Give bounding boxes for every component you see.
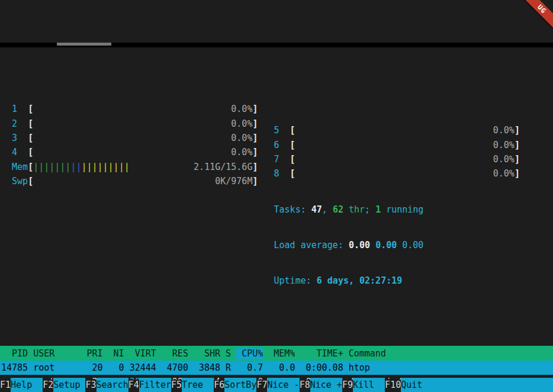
fkey-f7-nice-[interactable]: F7Nice - xyxy=(256,378,299,392)
tasks-thr-label: thr xyxy=(343,204,365,215)
load-1: 0.00 xyxy=(349,240,375,250)
column-header-ni[interactable]: NI xyxy=(108,348,124,359)
column-header-cmd[interactable]: Command xyxy=(349,348,553,359)
table-row[interactable]: 14785root2003244447003848R0.70.00:00.08h… xyxy=(0,361,553,375)
fkey-number: F1 xyxy=(0,380,11,390)
open-bracket: [ xyxy=(290,168,295,179)
cpu-meter-4-label: 4 xyxy=(12,147,28,158)
mem-bar-yellow: ||||||||| xyxy=(81,162,129,172)
cell-cmd: htop xyxy=(349,362,553,373)
mem-meter: Mem[||||||||||||||||||2.11G/15.6G] xyxy=(12,159,258,173)
fkey-f10-quit[interactable]: F10Quit xyxy=(385,378,433,392)
fkey-label: Filter xyxy=(139,378,171,392)
column-header-pri[interactable]: PRI xyxy=(86,348,102,359)
cpu-meter-7: 7[0.0%] xyxy=(274,152,520,166)
open-bracket: [ xyxy=(28,133,33,143)
fkey-label: Quit xyxy=(401,378,433,392)
fkey-label: Nice + xyxy=(310,378,342,392)
fkey-f3-search[interactable]: F3Search xyxy=(85,378,128,392)
fkey-number: F10 xyxy=(385,380,401,390)
close-bracket: ] xyxy=(252,118,258,129)
cpu-meter-1: 1[0.0%] xyxy=(12,102,258,116)
fkey-label: Nice - xyxy=(267,378,299,392)
column-header-time[interactable]: TIME+ xyxy=(300,348,343,359)
close-bracket: ] xyxy=(515,125,520,136)
fkey-label: Setup xyxy=(53,378,85,392)
fkey-number: F8 xyxy=(300,380,310,390)
cpu-meter-8-label: 8 xyxy=(274,168,290,179)
column-header-cpu[interactable]: CPU% xyxy=(236,348,263,359)
fkey-label: Kill xyxy=(353,378,385,392)
mem-bar-blue: || xyxy=(70,162,81,172)
debug-ribbon-label: UG xyxy=(536,4,548,15)
fkey-number: F2 xyxy=(43,380,53,390)
close-bracket: ] xyxy=(515,140,520,150)
cpu-meter-5-value: 0.0% xyxy=(493,125,515,136)
open-bracket: [ xyxy=(28,162,33,172)
cpu-meter-5: 5[0.0%] xyxy=(274,123,520,137)
cpu-meter-2-value: 0.0% xyxy=(231,118,252,129)
meters-left-column: 1[0.0%]2[0.0%]3[0.0%]4[0.0%]Mem[||||||||… xyxy=(12,102,258,309)
tab-indicator xyxy=(57,43,111,46)
fkey-label: Help xyxy=(11,378,43,392)
cell-mem: 0.0 xyxy=(268,362,295,373)
fkey-f6-sortby[interactable]: F6SortBy xyxy=(214,378,256,392)
tasks-running-label: running xyxy=(381,204,423,215)
cpu-meter-2-label: 2 xyxy=(12,118,28,129)
cpu-meter-4-value: 0.0% xyxy=(231,147,252,158)
fkey-f9-kill[interactable]: F9Kill xyxy=(342,378,385,392)
column-header-virt[interactable]: VIRT xyxy=(130,348,156,359)
mem-bar-green: ||||||| xyxy=(33,162,70,172)
close-bracket: ] xyxy=(252,147,258,158)
tasks-running-count: 1 xyxy=(375,204,381,215)
column-header-res[interactable]: RES xyxy=(162,348,188,359)
open-bracket: [ xyxy=(28,176,33,187)
cell-cpu: 0.7 xyxy=(236,362,263,373)
fkey-f4-filter[interactable]: F4Filter xyxy=(128,378,171,392)
cpu-meter-8-value: 0.0% xyxy=(493,168,515,179)
fkey-label: SortBy xyxy=(224,378,256,392)
tasks-semi: ; xyxy=(365,204,375,215)
cpu-meter-3-value: 0.0% xyxy=(231,133,252,143)
fkey-f5-tree[interactable]: F5Tree xyxy=(171,378,214,392)
swp-meter: Swp[0K/976M] xyxy=(12,174,258,188)
fkey-number: F9 xyxy=(342,380,353,390)
fkey-f2-setup[interactable]: F2Setup xyxy=(43,378,85,392)
fkey-f8-nice-[interactable]: F8Nice + xyxy=(300,378,342,392)
cpu-meter-3-label: 3 xyxy=(12,133,28,143)
open-bracket: [ xyxy=(290,154,295,165)
column-header-user[interactable]: USER xyxy=(33,348,81,359)
column-header-s[interactable]: S xyxy=(226,348,231,359)
cell-ni: 0 xyxy=(108,362,124,373)
cpu-meter-4: 4[0.0%] xyxy=(12,145,258,159)
fkey-f1-help[interactable]: F1Help xyxy=(0,378,43,392)
swp-meter-value: 0K/976M xyxy=(215,176,252,187)
meters-right-column: 5[0.0%]6[0.0%]7[0.0%]8[0.0%] Tasks: 47, … xyxy=(274,102,520,309)
cpu-meter-6-label: 6 xyxy=(274,140,290,150)
cpu-meter-6-value: 0.0% xyxy=(493,140,515,150)
open-bracket: [ xyxy=(28,104,33,114)
column-header-shr[interactable]: SHR xyxy=(194,348,220,359)
cell-pri: 20 xyxy=(86,362,102,373)
load-average: Load average: 0.00 0.00 0.00 xyxy=(274,238,520,252)
close-bracket: ] xyxy=(252,104,258,114)
column-header-pid[interactable]: PID xyxy=(1,348,28,359)
fkey-bar: F1Help F2Setup F3SearchF4FilterF5Tree F6… xyxy=(0,378,553,392)
cpu-meter-7-value: 0.0% xyxy=(493,154,515,165)
close-bracket: ] xyxy=(515,168,520,179)
mem-meter-label: Mem xyxy=(12,162,28,172)
tasks-count: 47 xyxy=(311,204,322,215)
cpu-meter-2: 2[0.0%] xyxy=(12,116,258,130)
load-2: 0.00 xyxy=(375,240,402,250)
cpu-meter-7-label: 7 xyxy=(274,154,290,165)
fkey-number: F6 xyxy=(214,380,224,390)
fkey-number: F3 xyxy=(85,380,96,390)
close-bracket: ] xyxy=(252,162,258,172)
uptime-label: Uptime: xyxy=(274,275,317,286)
cell-pid: 14785 xyxy=(1,362,28,373)
cell-virt: 32444 xyxy=(130,362,156,373)
column-header-mem[interactable]: MEM% xyxy=(268,348,295,359)
top-strip xyxy=(0,43,553,47)
load-label: Load average: xyxy=(274,240,349,250)
cpu-meter-3: 3[0.0%] xyxy=(12,131,258,145)
